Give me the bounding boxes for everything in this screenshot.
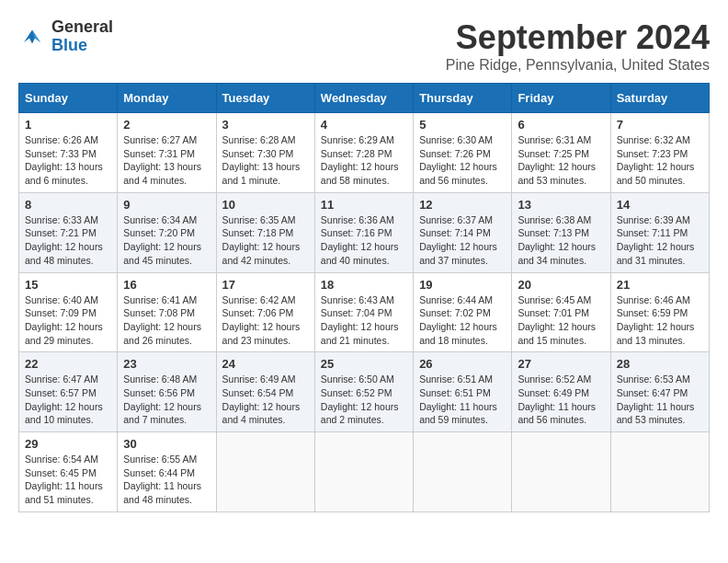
calendar-cell: 10Sunrise: 6:35 AM Sunset: 7:18 PM Dayli…	[216, 192, 314, 272]
week-row-2: 8Sunrise: 6:33 AM Sunset: 7:21 PM Daylig…	[19, 192, 710, 272]
day-number: 17	[222, 278, 309, 292]
day-number: 11	[321, 198, 407, 212]
weekday-header-saturday: Saturday	[610, 84, 709, 113]
day-number: 26	[419, 357, 506, 371]
day-info: Sunrise: 6:30 AM Sunset: 7:26 PM Dayligh…	[419, 133, 506, 188]
day-number: 23	[123, 357, 210, 371]
day-number: 3	[222, 118, 309, 132]
calendar-cell: 26Sunrise: 6:51 AM Sunset: 6:51 PM Dayli…	[414, 352, 512, 432]
calendar-cell: 2Sunrise: 6:27 AM Sunset: 7:31 PM Daylig…	[118, 113, 216, 193]
day-info: Sunrise: 6:55 AM Sunset: 6:44 PM Dayligh…	[123, 453, 210, 507]
calendar-cell: 27Sunrise: 6:52 AM Sunset: 6:49 PM Dayli…	[512, 352, 610, 432]
day-info: Sunrise: 6:41 AM Sunset: 7:08 PM Dayligh…	[123, 293, 210, 348]
day-number: 25	[321, 357, 407, 371]
day-number: 9	[123, 198, 210, 212]
calendar-body: 1Sunrise: 6:26 AM Sunset: 7:33 PM Daylig…	[19, 113, 710, 512]
logo: General Blue	[18, 18, 113, 55]
calendar-cell: 3Sunrise: 6:28 AM Sunset: 7:30 PM Daylig…	[216, 113, 314, 193]
title-section: September 2024 Pine Ridge, Pennsylvania,…	[446, 18, 710, 74]
calendar-cell: 21Sunrise: 6:46 AM Sunset: 6:59 PM Dayli…	[610, 272, 709, 352]
day-info: Sunrise: 6:29 AM Sunset: 7:28 PM Dayligh…	[321, 133, 407, 188]
weekday-header-monday: Monday	[118, 84, 216, 113]
day-number: 30	[123, 437, 210, 451]
day-number: 27	[518, 357, 604, 371]
week-row-4: 22Sunrise: 6:47 AM Sunset: 6:57 PM Dayli…	[19, 352, 710, 432]
day-info: Sunrise: 6:40 AM Sunset: 7:09 PM Dayligh…	[25, 293, 111, 348]
calendar-cell: 14Sunrise: 6:39 AM Sunset: 7:11 PM Dayli…	[610, 192, 709, 272]
day-info: Sunrise: 6:39 AM Sunset: 7:11 PM Dayligh…	[617, 213, 703, 268]
day-number: 5	[419, 118, 506, 132]
calendar-cell: 15Sunrise: 6:40 AM Sunset: 7:09 PM Dayli…	[19, 272, 118, 352]
weekday-header-wednesday: Wednesday	[314, 84, 413, 113]
calendar-cell: 6Sunrise: 6:31 AM Sunset: 7:25 PM Daylig…	[512, 113, 610, 193]
day-info: Sunrise: 6:42 AM Sunset: 7:06 PM Dayligh…	[222, 293, 309, 348]
day-number: 21	[617, 278, 703, 292]
day-number: 7	[617, 118, 703, 132]
calendar-cell: 13Sunrise: 6:38 AM Sunset: 7:13 PM Dayli…	[512, 192, 610, 272]
calendar-cell: 29Sunrise: 6:54 AM Sunset: 6:45 PM Dayli…	[19, 432, 118, 512]
day-number: 1	[25, 118, 111, 132]
day-info: Sunrise: 6:35 AM Sunset: 7:18 PM Dayligh…	[222, 213, 309, 268]
logo-blue: Blue	[51, 37, 113, 55]
calendar-cell	[414, 432, 512, 512]
calendar-table: SundayMondayTuesdayWednesdayThursdayFrid…	[18, 83, 710, 512]
day-info: Sunrise: 6:36 AM Sunset: 7:16 PM Dayligh…	[321, 213, 407, 268]
day-number: 15	[25, 278, 111, 292]
day-info: Sunrise: 6:33 AM Sunset: 7:21 PM Dayligh…	[25, 213, 111, 268]
calendar-cell: 7Sunrise: 6:32 AM Sunset: 7:23 PM Daylig…	[610, 113, 709, 193]
calendar-cell: 28Sunrise: 6:53 AM Sunset: 6:47 PM Dayli…	[610, 352, 709, 432]
day-number: 18	[321, 278, 407, 292]
day-number: 4	[321, 118, 407, 132]
calendar-cell: 25Sunrise: 6:50 AM Sunset: 6:52 PM Dayli…	[314, 352, 413, 432]
day-info: Sunrise: 6:32 AM Sunset: 7:23 PM Dayligh…	[617, 133, 703, 188]
calendar-cell: 5Sunrise: 6:30 AM Sunset: 7:26 PM Daylig…	[414, 113, 512, 193]
day-info: Sunrise: 6:45 AM Sunset: 7:01 PM Dayligh…	[518, 293, 604, 348]
week-row-1: 1Sunrise: 6:26 AM Sunset: 7:33 PM Daylig…	[19, 113, 710, 193]
day-info: Sunrise: 6:53 AM Sunset: 6:47 PM Dayligh…	[617, 373, 703, 427]
day-number: 6	[518, 118, 604, 132]
day-number: 20	[518, 278, 604, 292]
week-row-3: 15Sunrise: 6:40 AM Sunset: 7:09 PM Dayli…	[19, 272, 710, 352]
calendar-cell: 18Sunrise: 6:43 AM Sunset: 7:04 PM Dayli…	[314, 272, 413, 352]
day-number: 13	[518, 198, 604, 212]
calendar-cell: 16Sunrise: 6:41 AM Sunset: 7:08 PM Dayli…	[118, 272, 216, 352]
day-info: Sunrise: 6:51 AM Sunset: 6:51 PM Dayligh…	[419, 373, 506, 427]
location: Pine Ridge, Pennsylvania, United States	[446, 57, 710, 74]
calendar-cell: 24Sunrise: 6:49 AM Sunset: 6:54 PM Dayli…	[216, 352, 314, 432]
calendar-cell: 30Sunrise: 6:55 AM Sunset: 6:44 PM Dayli…	[118, 432, 216, 512]
day-info: Sunrise: 6:28 AM Sunset: 7:30 PM Dayligh…	[222, 133, 309, 188]
day-info: Sunrise: 6:54 AM Sunset: 6:45 PM Dayligh…	[25, 453, 111, 507]
day-info: Sunrise: 6:52 AM Sunset: 6:49 PM Dayligh…	[518, 373, 604, 427]
logo-icon	[18, 23, 46, 51]
day-number: 29	[25, 437, 111, 451]
page-header: General Blue September 2024 Pine Ridge, …	[18, 18, 710, 74]
weekday-header-tuesday: Tuesday	[216, 84, 314, 113]
calendar-cell: 22Sunrise: 6:47 AM Sunset: 6:57 PM Dayli…	[19, 352, 118, 432]
day-info: Sunrise: 6:38 AM Sunset: 7:13 PM Dayligh…	[518, 213, 604, 268]
calendar-cell: 19Sunrise: 6:44 AM Sunset: 7:02 PM Dayli…	[414, 272, 512, 352]
calendar-cell: 9Sunrise: 6:34 AM Sunset: 7:20 PM Daylig…	[118, 192, 216, 272]
day-number: 19	[419, 278, 506, 292]
day-info: Sunrise: 6:37 AM Sunset: 7:14 PM Dayligh…	[419, 213, 506, 268]
day-info: Sunrise: 6:49 AM Sunset: 6:54 PM Dayligh…	[222, 373, 309, 427]
week-row-5: 29Sunrise: 6:54 AM Sunset: 6:45 PM Dayli…	[19, 432, 710, 512]
svg-marker-0	[24, 29, 40, 43]
calendar-cell: 12Sunrise: 6:37 AM Sunset: 7:14 PM Dayli…	[414, 192, 512, 272]
day-info: Sunrise: 6:48 AM Sunset: 6:56 PM Dayligh…	[123, 373, 210, 427]
calendar-header: SundayMondayTuesdayWednesdayThursdayFrid…	[19, 84, 710, 113]
calendar-cell: 1Sunrise: 6:26 AM Sunset: 7:33 PM Daylig…	[19, 113, 118, 193]
weekday-header-row: SundayMondayTuesdayWednesdayThursdayFrid…	[19, 84, 710, 113]
calendar-cell	[610, 432, 709, 512]
day-info: Sunrise: 6:26 AM Sunset: 7:33 PM Dayligh…	[25, 133, 111, 188]
calendar-cell	[216, 432, 314, 512]
day-info: Sunrise: 6:31 AM Sunset: 7:25 PM Dayligh…	[518, 133, 604, 188]
day-info: Sunrise: 6:34 AM Sunset: 7:20 PM Dayligh…	[123, 213, 210, 268]
day-info: Sunrise: 6:43 AM Sunset: 7:04 PM Dayligh…	[321, 293, 407, 348]
calendar-cell: 20Sunrise: 6:45 AM Sunset: 7:01 PM Dayli…	[512, 272, 610, 352]
calendar-cell	[512, 432, 610, 512]
day-number: 24	[222, 357, 309, 371]
day-number: 10	[222, 198, 309, 212]
month-title: September 2024	[446, 18, 710, 57]
weekday-header-friday: Friday	[512, 84, 610, 113]
day-number: 2	[123, 118, 210, 132]
